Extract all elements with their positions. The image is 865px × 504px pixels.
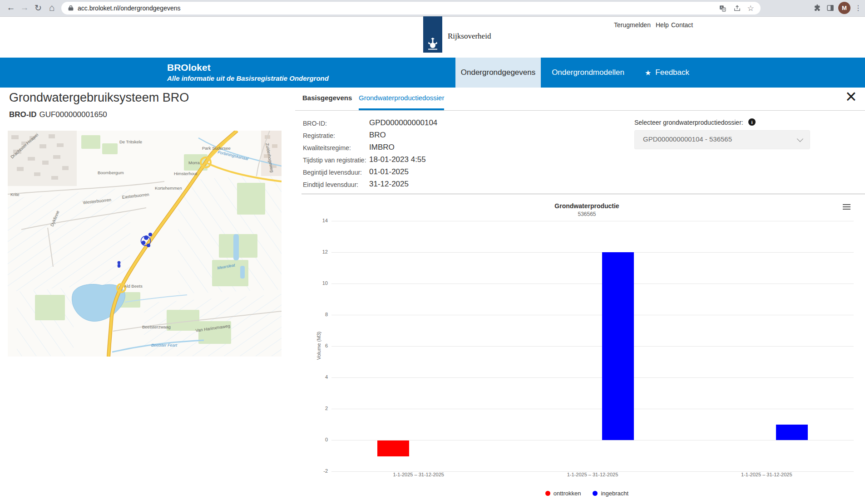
reload-icon[interactable]: ↻ — [32, 1, 44, 14]
svg-text:Beetster Feart: Beetster Feart — [151, 343, 178, 347]
translate-icon[interactable]: A — [717, 3, 728, 14]
forward-icon[interactable]: → — [18, 1, 31, 14]
y-tick-label: 12 — [314, 249, 328, 254]
brand-tagline: Alle informatie uit de Basisregistratie … — [167, 74, 329, 82]
svg-text:De Tritskele: De Tritskele — [119, 139, 142, 144]
home-icon[interactable]: ⌂ — [45, 1, 58, 14]
bookmark-star-icon[interactable]: ☆ — [745, 3, 756, 14]
separator — [302, 194, 865, 194]
gridline — [331, 221, 854, 221]
profile-avatar[interactable]: M — [838, 2, 850, 14]
gridline — [331, 252, 854, 253]
side-panel-icon[interactable] — [824, 1, 836, 14]
nav-feedback[interactable]: ★ Feedback — [636, 58, 698, 88]
link-terugmelden[interactable]: Terugmelden — [614, 21, 651, 29]
extensions-puzzle-icon[interactable] — [811, 1, 824, 14]
x-category-label: 1-1-2025 – 31-12-2025 — [680, 472, 854, 477]
y-tick-label: 8 — [314, 312, 328, 317]
kebab-menu-icon[interactable]: ⋮ — [852, 1, 865, 14]
link-help[interactable]: Help — [656, 21, 669, 29]
topo-map[interactable]: Drachtster Heawei De Tritskele Morra Par… — [8, 131, 282, 357]
fields — [8, 187, 130, 292]
main-navbar: BROloket Alle informatie uit de Basisreg… — [0, 58, 865, 88]
legend-dot — [593, 491, 598, 496]
browser-chrome: ← → ↻ ⌂ acc.broloket.nl/ondergrondgegeve… — [0, 0, 865, 17]
tab-label: Grondwaterproductiedossier — [359, 94, 444, 102]
gridline — [331, 377, 854, 378]
nav-label: Ondergrondgegevens — [461, 68, 535, 77]
map-panel[interactable]: Drachtster Heawei De Tritskele Morra Par… — [8, 131, 282, 357]
svg-text:Himsterhout: Himsterhout — [174, 171, 198, 176]
legend-item-ingebracht[interactable]: ingebracht — [593, 490, 628, 497]
legend-dot — [545, 491, 550, 496]
dossier-select[interactable]: GPD000000000104 - 536565 — [634, 130, 810, 149]
detail-tabbar: Basisgegevens Grondwaterproductiedossier — [295, 94, 865, 111]
field-value: 18-01-2023 4:55 — [369, 155, 426, 164]
gridline — [331, 440, 854, 440]
svg-text:Boornbergum: Boornbergum — [98, 170, 124, 175]
legend-item-onttrokken[interactable]: onttrokken — [545, 490, 581, 497]
url-bar[interactable]: acc.broloket.nl/ondergrondgegevens A ☆ — [61, 2, 761, 15]
chart-menu-icon[interactable] — [843, 204, 850, 210]
svg-text:Beetsterzwaag: Beetsterzwaag — [142, 324, 171, 329]
bar-ingebracht[interactable] — [776, 425, 808, 440]
bar-onttrokken[interactable] — [377, 440, 409, 456]
info-icon[interactable]: i — [748, 118, 756, 126]
chart-legend: onttrokkeningebracht — [309, 490, 865, 497]
tab-label: Basisgegevens — [302, 94, 352, 102]
legend-label: onttrokken — [554, 490, 581, 497]
y-tick-label: 0 — [314, 437, 328, 442]
gridline — [331, 409, 854, 409]
field-value: IMBRO — [369, 143, 395, 152]
feedback-star-icon: ★ — [645, 69, 651, 77]
nav-ondergrondmodellen[interactable]: Ondergrondmodellen — [545, 58, 631, 88]
lock-icon — [68, 5, 74, 11]
y-tick-label: 2 — [314, 406, 328, 411]
x-category-label: 1-1-2025 – 31-12-2025 — [331, 472, 505, 477]
chart-container: Grondwaterproductie 536565 Volume (M3) o… — [309, 200, 865, 504]
pond — [240, 266, 245, 279]
svg-text:Ald Beets: Ald Beets — [124, 284, 143, 289]
brand-block[interactable]: BROloket Alle informatie uit de Basisreg… — [167, 62, 329, 82]
y-tick-label: -2 — [314, 468, 328, 474]
bro-id-label: BRO-ID — [9, 110, 36, 119]
svg-text:Morra: Morra — [188, 160, 200, 165]
field-label: Kwaliteitsregime: — [303, 144, 351, 152]
dossier-select-label: Selecteer grondwaterproductiedossier: — [634, 119, 743, 126]
field-value: 31-12-2025 — [369, 180, 409, 189]
nav-ondergrondgegevens[interactable]: Ondergrondgegevens — [455, 58, 541, 88]
pond — [233, 234, 239, 260]
rijksoverheid-logo[interactable] — [423, 16, 442, 53]
site-header: Rijksoverheid Terugmelden Help Contact — [0, 17, 865, 58]
y-tick-label: 14 — [314, 218, 328, 223]
svg-text:Park Sudersee: Park Sudersee — [202, 146, 231, 151]
logo-text: Rijksoverheid — [448, 32, 491, 41]
y-tick-label: 10 — [314, 280, 328, 286]
brand-title: BROloket — [167, 62, 329, 73]
url-text[interactable]: acc.broloket.nl/ondergrondgegevens — [78, 5, 181, 12]
field-label: Tijdstip van registratie: — [303, 157, 366, 164]
tab-basisgegevens[interactable]: Basisgegevens — [302, 94, 352, 110]
gridline — [331, 284, 854, 284]
chart-title: Grondwaterproductie — [309, 202, 865, 210]
field-label: Begintijd levensduur: — [303, 169, 362, 176]
legend-label: ingebracht — [601, 490, 628, 497]
field-label: Eindtijd levensduur: — [303, 181, 358, 188]
tab-grondwaterproductiedossier[interactable]: Grondwaterproductiedossier — [359, 94, 444, 110]
page-title: Grondwatergebruiksysteem BRO — [9, 91, 189, 105]
gridline — [331, 346, 854, 347]
y-tick-label: 4 — [314, 374, 328, 380]
nav-label: Feedback — [655, 68, 689, 77]
field-value: GPD000000000104 — [369, 118, 437, 127]
field-label: Registratie: — [303, 132, 335, 139]
close-icon[interactable]: × — [845, 87, 857, 106]
link-contact[interactable]: Contact — [671, 21, 693, 29]
svg-text:Kortehemmen: Kortehemmen — [155, 186, 182, 191]
share-icon[interactable] — [732, 3, 742, 14]
back-icon[interactable]: ← — [5, 1, 17, 14]
bar-ingebracht[interactable] — [602, 252, 634, 440]
x-category-label: 1-1-2025 – 31-12-2025 — [505, 472, 679, 477]
chart-subtitle: 536565 — [309, 211, 865, 217]
field-value: 01-01-2025 — [369, 167, 409, 176]
nav-label: Ondergrondmodellen — [552, 68, 624, 77]
